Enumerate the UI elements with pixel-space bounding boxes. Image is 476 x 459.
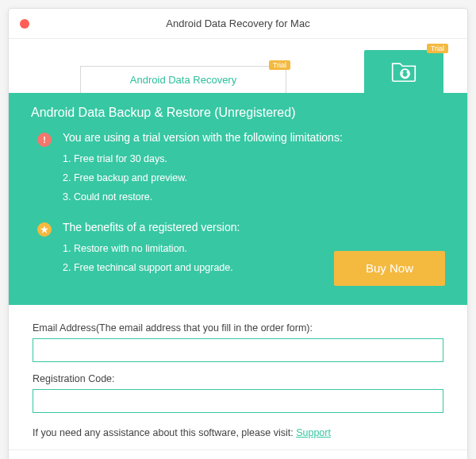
benefits-heading: The benefits of a registered version: xyxy=(63,221,240,233)
close-icon[interactable] xyxy=(20,19,29,29)
email-label: Email Address(The email address that you… xyxy=(33,322,443,334)
trial-badge: Trial xyxy=(427,44,448,53)
buy-now-button[interactable]: Buy Now xyxy=(334,251,445,286)
tab-backup-restore[interactable]: Trial xyxy=(364,50,443,93)
limitations-heading: You are using a trial version with the f… xyxy=(63,131,343,144)
trial-badge: Trial xyxy=(269,60,290,70)
panel-title: Android Data Backup & Restore (Unregiste… xyxy=(31,106,445,120)
star-icon: ★ xyxy=(37,222,52,237)
benefit-item: 2. Free techincal support and upgrade. xyxy=(63,259,240,278)
benefit-item: 1. Restore with no limitation. xyxy=(63,240,240,259)
tabs-row: Android Data Recovery Trial Trial xyxy=(9,39,467,93)
info-panel: Android Data Backup & Restore (Unregiste… xyxy=(9,93,467,305)
window-title: Android Data Recovery for Mac xyxy=(9,17,467,29)
limitations-block: ! You are using a trial version with the… xyxy=(31,131,445,206)
registration-form: Email Address(The email address that you… xyxy=(9,305,467,449)
backup-folder-icon xyxy=(389,55,419,88)
alert-icon: ! xyxy=(37,133,52,147)
assistance-text: If you need any assistance about this so… xyxy=(33,427,443,438)
titlebar: Android Data Recovery for Mac xyxy=(9,9,467,39)
limitation-item: 1. Free trial for 30 days. xyxy=(63,150,343,169)
support-link[interactable]: Support xyxy=(296,427,331,438)
tab-label: Android Data Recovery xyxy=(130,74,236,86)
code-label: Registration Code: xyxy=(33,373,443,384)
footer-bar: Free Trial (Remain:30 days) Buy Now Regi… xyxy=(9,449,467,459)
limitation-item: 2. Free backup and preview. xyxy=(63,169,343,188)
limitation-item: 3. Could not restore. xyxy=(63,188,343,207)
registration-code-field[interactable] xyxy=(33,389,443,413)
email-field[interactable] xyxy=(33,338,443,362)
tab-data-recovery[interactable]: Android Data Recovery Trial xyxy=(80,66,286,93)
app-window: Android Data Recovery for Mac Android Da… xyxy=(8,8,468,459)
